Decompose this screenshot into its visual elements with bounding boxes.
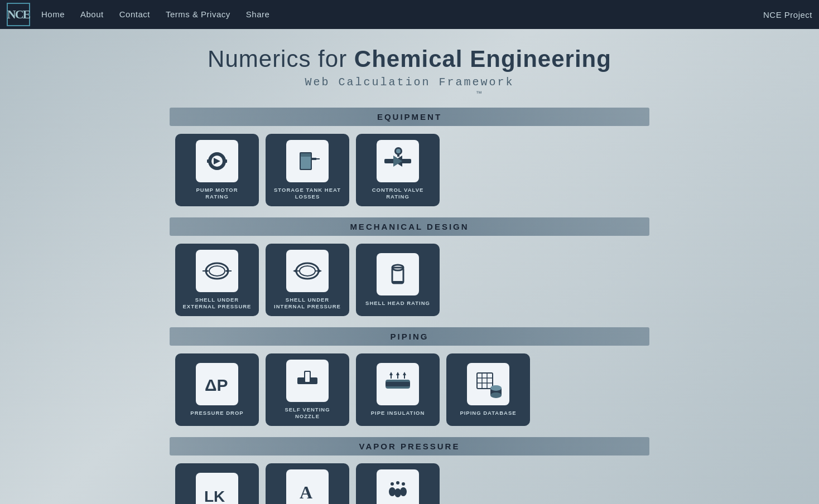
tm-mark: ™ [170, 90, 482, 96]
svg-rect-3 [207, 159, 211, 163]
section-equipment-header: EQUIPMENT [170, 108, 649, 126]
svg-point-70 [391, 482, 394, 486]
equipment-cards: PUMP MOTORRATING STORAGE TANK HEATLOSSES [170, 134, 649, 206]
app-title: Numerics for Chemical Engineering [170, 46, 649, 72]
svg-rect-7 [312, 158, 316, 160]
nozzle-label: SELF VENTINGNOZZLE [285, 406, 330, 420]
section-piping-header: PIPING [170, 327, 649, 346]
shell-int-icon [292, 255, 323, 287]
svg-rect-32 [382, 259, 413, 290]
storage-tank-icon-box [286, 140, 329, 182]
svg-rect-10 [301, 153, 311, 157]
tank-icon [292, 146, 323, 177]
nozzle-icon [292, 365, 323, 396]
section-equipment: EQUIPMENT PUMP MOTORRATING [170, 108, 649, 206]
card-self-venting-nozzle[interactable]: SELF VENTINGNOZZLE [266, 353, 349, 426]
piping-cards: ΔP PRESSURE DROP SELF VENTINGNOZZLE [170, 353, 649, 426]
navbar: NCE Home About Contact Terms & Privacy S… [0, 0, 819, 29]
shell-head-label: SHELL HEAD RATING [365, 300, 430, 307]
nav-project-label: NCE Project [763, 10, 812, 20]
shell-head-icon-box [377, 253, 419, 295]
piping-db-icon-box [467, 363, 509, 405]
card-antoines[interactable]: A ANTOINESEQUATION [266, 463, 349, 504]
card-acid-gas[interactable]: ACID GAS DEWTEMPERATURE [356, 463, 440, 504]
antoines-icon: A [292, 475, 323, 504]
pressure-drop-label: PRESSURE DROP [190, 410, 243, 416]
pipe-insulation-icon-box [377, 363, 419, 405]
control-valve-icon-box [377, 140, 419, 182]
nav-share[interactable]: Share [246, 9, 270, 19]
shell-internal-label: SHELL UNDERINTERNAL PRESSURE [274, 297, 341, 311]
piping-db-icon [473, 369, 504, 400]
app-subtitle: Web Calculation Framework [170, 76, 649, 89]
card-shell-external[interactable]: SHELL UNDEREXTERNAL PRESSURE [175, 244, 259, 316]
nav-about[interactable]: About [80, 9, 104, 19]
section-mechanical-header: MECHANICAL DESIGN [170, 217, 649, 236]
card-shell-head[interactable]: SHELL HEAD RATING [356, 244, 440, 316]
vapor-cards: LK LEE-KESLER A ANTOINESEQUATION [170, 463, 649, 504]
shell-head-icon [382, 259, 413, 290]
mechanical-cards: SHELL UNDEREXTERNAL PRESSURE SHEL [170, 244, 649, 316]
lee-kesler-icon-box: LK [196, 473, 238, 504]
logo-text: NCE [7, 7, 30, 22]
svg-point-69 [400, 487, 407, 496]
pump-motor-label: PUMP MOTORRATING [196, 187, 238, 201]
antoines-icon-box: A [286, 469, 329, 504]
shell-internal-icon-box [286, 250, 329, 292]
shell-external-icon-box [196, 250, 238, 292]
svg-point-61 [490, 385, 502, 391]
card-lee-kesler[interactable]: LK LEE-KESLER [175, 463, 259, 504]
svg-point-71 [396, 481, 399, 484]
section-vapor-header: VAPOR PRESSURE [170, 437, 649, 455]
card-shell-internal[interactable]: SHELL UNDERINTERNAL PRESSURE [266, 244, 349, 316]
acid-gas-icon-box [377, 469, 419, 504]
nozzle-icon-box [286, 360, 329, 402]
svg-rect-35 [392, 281, 403, 283]
pipe-insulation-label: PIPE INSULATION [371, 410, 425, 416]
card-pump-motor-rating[interactable]: PUMP MOTORRATING [175, 134, 259, 206]
storage-tank-label: STORAGE TANK HEATLOSSES [274, 187, 341, 201]
svg-rect-4 [223, 159, 227, 163]
card-control-valve[interactable]: CONTROL VALVERATING [356, 134, 440, 206]
shell-ext-icon [201, 255, 233, 287]
section-vapor: VAPOR PRESSURE LK LEE-KESLER A [170, 437, 649, 504]
lee-kesler-icon: LK [201, 478, 233, 504]
control-valve-label: CONTROL VALVERATING [372, 187, 424, 201]
shell-external-label: SHELL UNDEREXTERNAL PRESSURE [183, 297, 252, 311]
svg-point-59 [490, 392, 502, 398]
card-pipe-insulation[interactable]: PIPE INSULATION [356, 353, 440, 426]
card-piping-database[interactable]: PIPING DATABASE [446, 353, 530, 426]
logo-box: NCE [7, 3, 30, 26]
svg-text:A: A [300, 482, 312, 502]
logo: NCE [7, 3, 30, 26]
pressure-drop-icon: ΔP [201, 369, 233, 400]
svg-point-72 [402, 482, 405, 486]
valve-icon [382, 146, 413, 177]
pipe-insulation-icon [382, 369, 413, 400]
pressure-drop-icon-box: ΔP [196, 363, 238, 405]
nav-contact[interactable]: Contact [119, 9, 150, 19]
nav-home[interactable]: Home [41, 9, 65, 19]
svg-text:ΔP: ΔP [205, 376, 228, 394]
pump-icon [201, 146, 233, 177]
card-storage-tank[interactable]: STORAGE TANK HEATLOSSES [266, 134, 349, 206]
main-content: Numerics for Chemical Engineering Web Ca… [158, 29, 661, 504]
pump-motor-icon-box [196, 140, 238, 182]
piping-database-label: PIPING DATABASE [460, 410, 516, 416]
svg-text:LK: LK [204, 488, 225, 504]
nav-links: Home About Contact Terms & Privacy Share [41, 9, 269, 20]
svg-rect-44 [386, 382, 410, 386]
acid-gas-icon [382, 475, 413, 504]
nav-terms[interactable]: Terms & Privacy [166, 9, 230, 19]
section-mechanical: MECHANICAL DESIGN SHELL UNDEREXTERN [170, 217, 649, 316]
svg-point-17 [396, 149, 401, 153]
svg-rect-41 [305, 372, 310, 382]
app-title-heading: Numerics for Chemical Engineering [170, 46, 649, 72]
section-piping: PIPING ΔP PRESSURE DROP [170, 327, 649, 426]
card-pressure-drop[interactable]: ΔP PRESSURE DROP [175, 353, 259, 426]
